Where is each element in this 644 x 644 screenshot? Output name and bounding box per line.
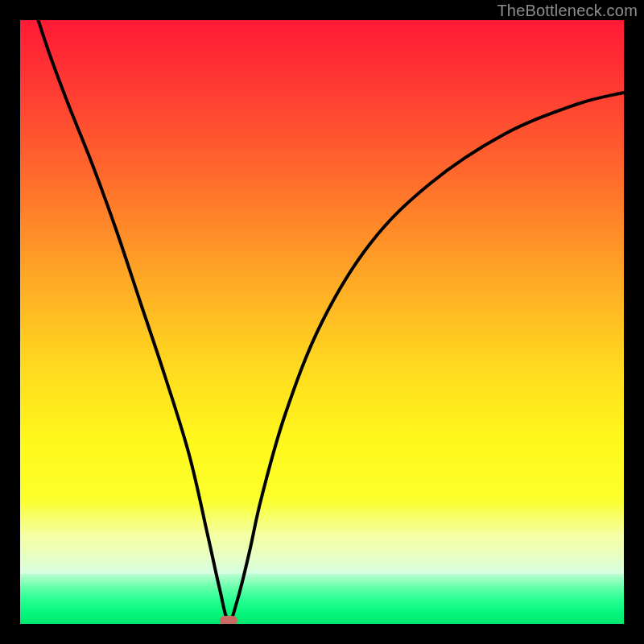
- plot-area: [20, 20, 624, 624]
- background-green-band: [20, 574, 624, 624]
- chart-frame: TheBottleneck.com: [0, 0, 644, 644]
- optimal-point-marker: [220, 616, 237, 624]
- background-lightband: [20, 503, 624, 568]
- watermark-text: TheBottleneck.com: [497, 2, 638, 20]
- background-gradient: [20, 20, 624, 574]
